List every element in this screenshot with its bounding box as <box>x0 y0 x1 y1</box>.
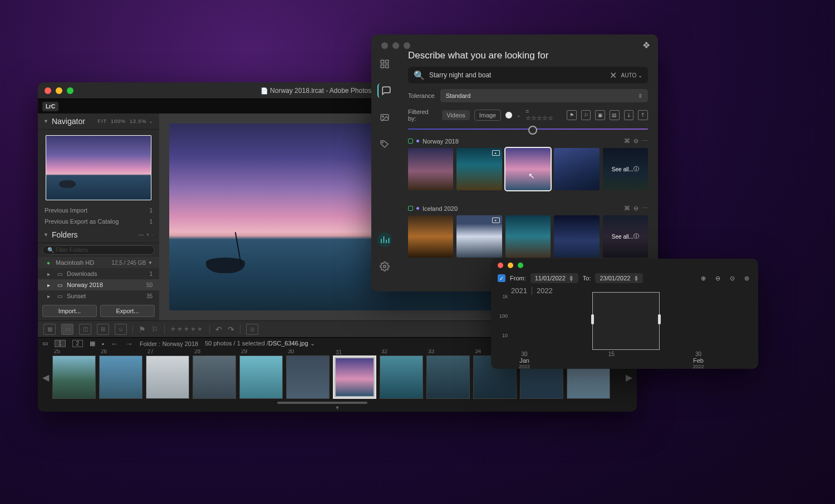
from-date-field[interactable]: 11/01/2022▲▼ <box>531 273 578 283</box>
survey-view-icon[interactable]: ⊞ <box>97 324 109 335</box>
close-icon[interactable] <box>45 87 51 94</box>
breadcrumb-folder[interactable]: Folder : Norway 2018 <box>140 340 198 347</box>
flag-pick-icon[interactable]: ⚑ <box>139 325 146 334</box>
filmstrip-item[interactable]: 29 <box>239 355 283 399</box>
collapse-filmstrip-icon[interactable]: ▼ <box>38 405 637 412</box>
folder-row[interactable]: ▸ ▭ Norway 2018 50 <box>38 279 159 290</box>
import-icon[interactable]: ⤓ <box>624 110 634 120</box>
gear-icon[interactable] <box>377 259 392 274</box>
rotate-left-icon[interactable]: ↶ <box>215 325 222 334</box>
tag-icon[interactable] <box>377 137 392 151</box>
see-all-overlay[interactable]: See all... ⓘ <box>603 215 648 258</box>
filmstrip-item[interactable]: 28 <box>193 355 236 399</box>
minus-icon[interactable]: ⊖ <box>633 205 638 212</box>
navigator-zoom-options[interactable]: FIT 100% 12.5% ⌄ <box>98 118 154 124</box>
filmstrip-item[interactable]: 32 <box>380 355 423 399</box>
navigator-thumbnail[interactable] <box>46 135 151 200</box>
filter-folders-input[interactable]: 🔍 Filter Folders <box>42 245 155 255</box>
compare-view-icon[interactable]: ◫ <box>79 324 91 335</box>
result-thumb-selected[interactable]: ↖•••• <box>505 148 551 190</box>
link-icon[interactable]: ⌘ <box>624 205 630 212</box>
result-thumb[interactable]: ▸ <box>456 148 502 190</box>
stats-icon[interactable] <box>377 233 392 247</box>
folder-row[interactable]: ▸ ▭ Downloads 1 <box>38 268 159 279</box>
filmstrip-item[interactable]: 33 <box>426 355 470 399</box>
view-toggle-icon[interactable]: ▪ <box>102 340 104 347</box>
minimize-icon[interactable] <box>392 42 399 49</box>
timeline-chart[interactable]: 1k 100 10 20212022 <box>510 289 752 350</box>
prev-arrow-icon[interactable]: ← <box>111 339 119 348</box>
flag-icon[interactable]: ⚑ <box>567 110 577 120</box>
filmstrip-scrollbar[interactable] <box>277 402 367 404</box>
volume-row[interactable]: ● Macintosh HD 12,5 / 245 GB ▼ <box>38 257 159 268</box>
page-1[interactable]: 1 <box>55 340 66 347</box>
chevron-down-icon[interactable]: ⌄ <box>517 112 521 118</box>
previous-import-row[interactable]: Previous Import 1 <box>38 205 159 216</box>
scroll-right-icon[interactable]: ▶ <box>626 372 632 383</box>
folders-header[interactable]: ▼ Folders — + · <box>38 227 159 243</box>
chip-videos[interactable]: Videos <box>442 110 469 120</box>
rotate-right-icon[interactable]: ↷ <box>228 325 234 334</box>
monitor-icon[interactable]: ▭ <box>42 340 48 347</box>
filmstrip-item[interactable]: 30 <box>286 355 330 399</box>
link-icon[interactable]: ⌘ <box>624 137 630 145</box>
previous-export-row[interactable]: Previous Export as Catalog 1 <box>38 216 159 227</box>
export-button[interactable]: Export... <box>100 305 155 317</box>
relevance-slider[interactable] <box>408 129 648 130</box>
color-filter[interactable] <box>505 112 512 118</box>
flag-off-icon[interactable]: ⚐ <box>581 110 591 120</box>
more-icon[interactable]: ⋯ <box>642 205 648 212</box>
loupe-view-icon[interactable]: ▭ <box>61 324 73 335</box>
maximize-icon[interactable] <box>404 42 410 49</box>
result-thumb[interactable]: ••• <box>408 148 453 190</box>
export-icon[interactable]: ⤒ <box>638 110 648 120</box>
result-thumb[interactable] <box>505 215 551 258</box>
result-thumb[interactable]: •••• <box>554 148 599 190</box>
minimize-icon[interactable] <box>56 87 62 94</box>
import-button[interactable]: Import... <box>42 305 97 317</box>
rating-stars[interactable]: ★★★★★ <box>170 325 204 333</box>
box2-icon[interactable]: ▤ <box>610 110 620 120</box>
page-2[interactable]: 2 <box>72 340 84 347</box>
grid-toggle-icon[interactable]: ▦ <box>90 340 95 347</box>
grid-icon[interactable] <box>377 57 392 71</box>
minimize-icon[interactable] <box>508 263 513 268</box>
group-name[interactable]: Norway 2018 <box>423 138 459 145</box>
see-all-overlay[interactable]: See all... ⓘ <box>603 148 648 190</box>
tolerance-select[interactable]: Standard ⇳ <box>440 89 648 102</box>
result-thumb[interactable] <box>408 215 453 258</box>
search-input[interactable] <box>429 71 605 79</box>
clear-icon[interactable]: ✕ <box>610 70 617 81</box>
chat-icon[interactable] <box>377 83 392 98</box>
navigator-header[interactable]: ▼ Navigator FIT 100% 12.5% ⌄ <box>38 113 159 130</box>
filmstrip-item-selected[interactable]: 31 <box>333 355 376 399</box>
zoom-fit-icon[interactable]: ⊙ <box>727 273 737 283</box>
result-thumb[interactable]: See all... ⓘ••• <box>603 148 648 190</box>
chip-image[interactable]: Image <box>474 110 502 121</box>
group-name[interactable]: Iceland 2020 <box>423 205 458 212</box>
to-date-field[interactable]: 23/01/2022▲▼ <box>595 273 643 283</box>
result-thumb[interactable] <box>554 215 599 258</box>
target-icon[interactable]: ◎ <box>246 324 258 335</box>
zoom-in-icon[interactable]: ⊕ <box>698 273 708 283</box>
checkbox-icon[interactable] <box>408 139 413 144</box>
box1-icon[interactable]: ▣ <box>595 110 605 120</box>
folder-row[interactable]: ▸ ▭ Sunset 35 <box>38 290 159 302</box>
maximize-icon[interactable] <box>67 87 73 94</box>
zoom-reset-icon[interactable]: ⊚ <box>741 273 752 283</box>
close-icon[interactable] <box>498 263 503 268</box>
more-icon[interactable]: ⋯ <box>642 137 648 145</box>
close-icon[interactable] <box>381 42 388 49</box>
filmstrip-item[interactable]: 27 <box>146 355 189 399</box>
auto-toggle[interactable]: AUTO ⌄ <box>621 72 642 78</box>
folders-tools[interactable]: — + · <box>139 232 154 238</box>
minus-icon[interactable]: ⊖ <box>633 137 638 145</box>
rating-filter[interactable]: = ☆☆☆☆☆ <box>525 108 558 122</box>
maximize-icon[interactable] <box>518 263 523 268</box>
people-view-icon[interactable]: ☺ <box>115 324 127 335</box>
next-arrow-icon[interactable]: → <box>125 339 133 348</box>
flag-reject-icon[interactable]: ⚐ <box>151 325 159 334</box>
zoom-out-icon[interactable]: ⊖ <box>713 273 723 283</box>
layers-icon[interactable]: ❖ <box>642 40 650 51</box>
filmstrip-item[interactable]: 26 <box>99 355 143 399</box>
